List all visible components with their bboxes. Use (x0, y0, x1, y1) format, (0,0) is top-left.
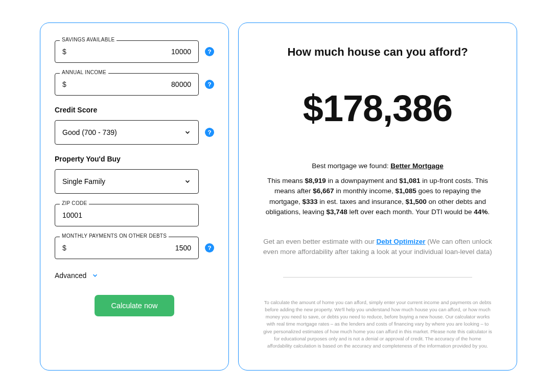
currency-prefix: $ (62, 80, 66, 88)
debts-input[interactable] (66, 244, 191, 252)
chevron-down-icon (91, 272, 99, 279)
currency-prefix: $ (62, 48, 66, 56)
help-icon[interactable]: ? (205, 47, 214, 56)
chevron-down-icon (184, 178, 191, 185)
income-input-wrapper[interactable]: $ (55, 73, 199, 96)
summary-text: This means $8,919 in a downpayment and $… (261, 176, 494, 217)
best-mortgage-line: Best mortgage we found: Better Mortgage (261, 162, 494, 170)
debts-label: MONTHLY PAYMENTS ON OTHER DEBTS (60, 233, 169, 239)
repay-value: $1,085 (396, 187, 416, 195)
savings-input[interactable] (66, 48, 191, 56)
savings-label: SAVINGS AVAILABLE (60, 37, 117, 42)
help-icon[interactable]: ? (205, 243, 214, 252)
taxes-value: $333 (303, 198, 318, 205)
downpayment-value: $8,919 (305, 177, 326, 185)
debt-optimizer-link[interactable]: Debt Optimizer (377, 238, 426, 245)
zip-input[interactable] (62, 211, 191, 219)
monthly-income-value: $6,667 (313, 187, 334, 195)
leftover-value: $3,748 (326, 208, 347, 216)
svg-text:?: ? (207, 244, 211, 251)
property-value: Single Family (62, 177, 105, 186)
spacer (205, 211, 214, 220)
zip-label: ZIP CODE (60, 200, 89, 206)
best-mortgage-link[interactable]: Better Mortgage (390, 162, 444, 170)
advanced-label: Advanced (55, 271, 86, 280)
chevron-down-icon (184, 129, 191, 136)
savings-input-wrapper[interactable]: $ (55, 40, 199, 63)
spacer (205, 177, 214, 186)
advanced-toggle[interactable]: Advanced (55, 271, 214, 280)
affordable-amount: $178,386 (261, 87, 494, 129)
optimizer-text: Get an even better estimate with our Deb… (261, 237, 494, 258)
property-select[interactable]: Single Family (55, 169, 199, 194)
help-icon[interactable]: ? (205, 128, 214, 137)
property-label: Property You'd Buy (55, 155, 214, 163)
results-title: How much house can you afford? (261, 45, 494, 59)
best-mortgage-prefix: Best mortgage we found: (312, 162, 390, 170)
currency-prefix: $ (62, 244, 66, 252)
results-panel: How much house can you afford? $178,386 … (238, 22, 517, 371)
svg-text:?: ? (207, 129, 211, 135)
help-icon[interactable]: ? (205, 80, 214, 89)
divider (283, 277, 472, 278)
credit-score-select[interactable]: Good (700 - 739) (55, 120, 199, 145)
dti-value: 44% (474, 208, 488, 216)
credit-score-label: Credit Score (55, 106, 214, 114)
income-label: ANNUAL INCOME (60, 70, 108, 75)
svg-text:?: ? (207, 48, 211, 55)
svg-text:?: ? (207, 81, 211, 87)
calculator-form-panel: SAVINGS AVAILABLE $ ? ANNUAL INCOME $ ? (40, 22, 229, 371)
upfront-value: $1,081 (399, 177, 420, 185)
credit-score-value: Good (700 - 739) (62, 128, 117, 136)
zip-input-wrapper[interactable] (55, 204, 199, 226)
debts-input-wrapper[interactable]: $ (55, 237, 199, 259)
disclaimer-text: To calculate the amount of home you can … (261, 299, 494, 350)
calculate-button[interactable]: Calculate now (95, 295, 174, 316)
income-input[interactable] (66, 80, 191, 88)
other-debts-value: $1,500 (405, 198, 426, 205)
